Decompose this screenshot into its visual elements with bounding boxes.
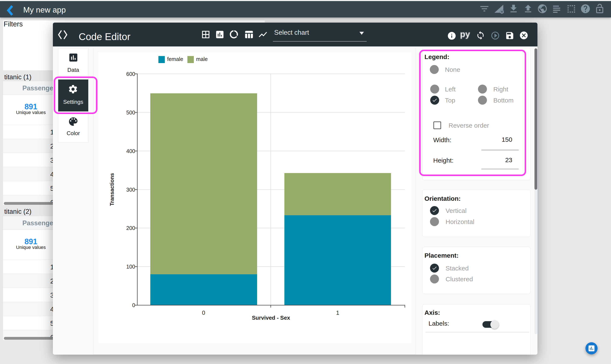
svg-text:male: male [196,56,208,62]
svg-text:0: 0 [202,310,205,316]
svg-text:Survived - Sex: Survived - Sex [252,314,290,321]
svg-text:200: 200 [126,225,135,231]
svg-text:400: 400 [126,148,135,154]
svg-text:100: 100 [126,264,135,270]
svg-text:Transactions: Transactions [109,173,115,206]
svg-text:0: 0 [132,302,135,308]
svg-text:600: 600 [126,71,135,77]
svg-text:500: 500 [126,110,135,116]
svg-text:female: female [167,56,183,62]
svg-text:300: 300 [126,187,135,193]
svg-text:1: 1 [336,310,339,316]
